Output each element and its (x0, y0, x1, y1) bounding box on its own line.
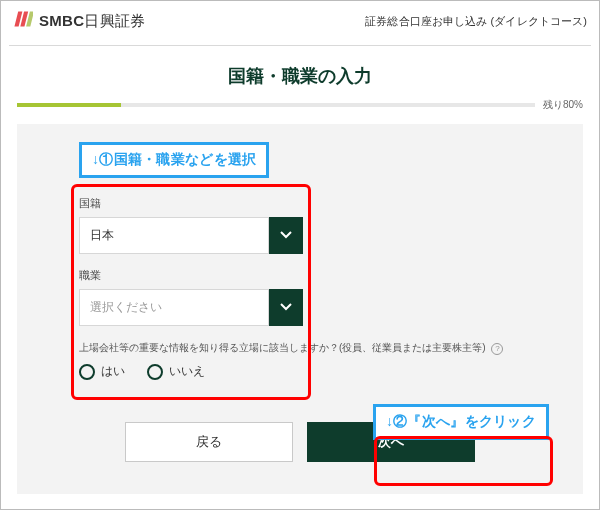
header: SMBC日興証券 証券総合口座お申し込み (ダイレクトコース) (1, 1, 599, 45)
chevron-down-icon (280, 227, 292, 245)
insider-question-text: 上場会社等の重要な情報を知り得る立場に該当しますか？(役員、従業員または主要株主… (79, 342, 486, 353)
radio-circle-icon (79, 364, 95, 380)
progress: 残り80% (1, 98, 599, 112)
page-title: 国籍・職業の入力 (1, 64, 599, 88)
radio-no-label: いいえ (169, 363, 205, 380)
header-divider (9, 45, 591, 46)
progress-remaining-label: 残り80% (543, 98, 583, 112)
info-icon[interactable]: ? (491, 343, 503, 355)
nationality-select[interactable]: 日本 (79, 217, 303, 254)
chevron-down-icon (280, 299, 292, 317)
insider-radio-group: はい いいえ (79, 363, 549, 380)
back-button[interactable]: 戻る (125, 422, 293, 462)
annotation-step1: ↓①国籍・職業などを選択 (79, 142, 269, 178)
occupation-select-placeholder[interactable]: 選択ください (79, 289, 269, 326)
brand: SMBC日興証券 (13, 9, 146, 33)
occupation-select-toggle[interactable] (269, 289, 303, 326)
insider-question: 上場会社等の重要な情報を知り得る立場に該当しますか？(役員、従業員または主要株主… (79, 340, 549, 355)
radio-circle-icon (147, 364, 163, 380)
occupation-label: 職業 (79, 268, 303, 283)
radio-no[interactable]: いいえ (147, 363, 205, 380)
header-subtitle: 証券総合口座お申し込み (ダイレクトコース) (365, 14, 587, 29)
brand-logo-icon (13, 9, 33, 33)
radio-yes-label: はい (101, 363, 125, 380)
annotation-step2: ↓②『次へ』をクリック (373, 404, 549, 440)
nationality-select-value[interactable]: 日本 (79, 217, 269, 254)
radio-yes[interactable]: はい (79, 363, 125, 380)
nationality-label: 国籍 (79, 196, 303, 211)
brand-name: SMBC日興証券 (39, 12, 146, 31)
occupation-select[interactable]: 選択ください (79, 289, 303, 326)
form-panel: ↓①国籍・職業などを選択 国籍 日本 職業 選択ください (17, 124, 583, 494)
nationality-select-toggle[interactable] (269, 217, 303, 254)
form-fields: 国籍 日本 職業 選択ください (79, 196, 303, 326)
progress-bar-fill (17, 103, 121, 107)
app-window: SMBC日興証券 証券総合口座お申し込み (ダイレクトコース) 国籍・職業の入力… (0, 0, 600, 510)
progress-bar (17, 103, 535, 107)
